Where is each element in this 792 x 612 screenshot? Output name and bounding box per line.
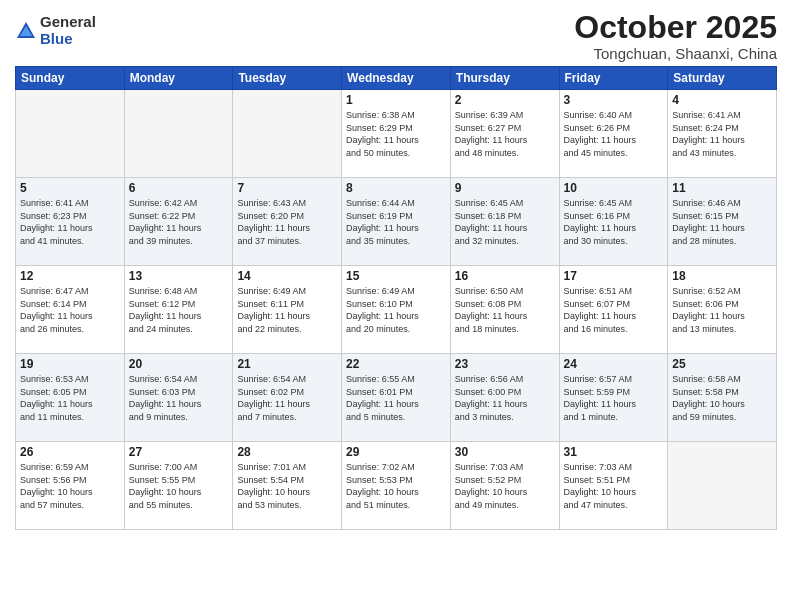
table-row: 15Sunrise: 6:49 AM Sunset: 6:10 PM Dayli…: [342, 266, 451, 354]
logo-blue: Blue: [40, 31, 96, 48]
day-number: 21: [237, 357, 337, 371]
header: General Blue October 2025 Tongchuan, Sha…: [15, 10, 777, 62]
day-info: Sunrise: 6:40 AM Sunset: 6:26 PM Dayligh…: [564, 109, 664, 159]
table-row: 16Sunrise: 6:50 AM Sunset: 6:08 PM Dayli…: [450, 266, 559, 354]
table-row: 4Sunrise: 6:41 AM Sunset: 6:24 PM Daylig…: [668, 90, 777, 178]
table-row: 23Sunrise: 6:56 AM Sunset: 6:00 PM Dayli…: [450, 354, 559, 442]
day-info: Sunrise: 7:03 AM Sunset: 5:52 PM Dayligh…: [455, 461, 555, 511]
logo-icon: [15, 20, 37, 42]
day-number: 8: [346, 181, 446, 195]
table-row: 30Sunrise: 7:03 AM Sunset: 5:52 PM Dayli…: [450, 442, 559, 530]
weekday-header-row: Sunday Monday Tuesday Wednesday Thursday…: [16, 67, 777, 90]
day-number: 9: [455, 181, 555, 195]
logo-general: General: [40, 14, 96, 31]
header-tuesday: Tuesday: [233, 67, 342, 90]
day-number: 10: [564, 181, 664, 195]
table-row: 7Sunrise: 6:43 AM Sunset: 6:20 PM Daylig…: [233, 178, 342, 266]
day-number: 28: [237, 445, 337, 459]
day-number: 6: [129, 181, 229, 195]
table-row: 3Sunrise: 6:40 AM Sunset: 6:26 PM Daylig…: [559, 90, 668, 178]
day-number: 16: [455, 269, 555, 283]
day-number: 3: [564, 93, 664, 107]
day-number: 29: [346, 445, 446, 459]
day-info: Sunrise: 6:54 AM Sunset: 6:03 PM Dayligh…: [129, 373, 229, 423]
day-number: 19: [20, 357, 120, 371]
table-row: 11Sunrise: 6:46 AM Sunset: 6:15 PM Dayli…: [668, 178, 777, 266]
table-row: 29Sunrise: 7:02 AM Sunset: 5:53 PM Dayli…: [342, 442, 451, 530]
table-row: [124, 90, 233, 178]
day-info: Sunrise: 6:58 AM Sunset: 5:58 PM Dayligh…: [672, 373, 772, 423]
table-row: [233, 90, 342, 178]
day-info: Sunrise: 7:00 AM Sunset: 5:55 PM Dayligh…: [129, 461, 229, 511]
table-row: 28Sunrise: 7:01 AM Sunset: 5:54 PM Dayli…: [233, 442, 342, 530]
day-info: Sunrise: 7:01 AM Sunset: 5:54 PM Dayligh…: [237, 461, 337, 511]
day-info: Sunrise: 6:43 AM Sunset: 6:20 PM Dayligh…: [237, 197, 337, 247]
calendar-table: Sunday Monday Tuesday Wednesday Thursday…: [15, 66, 777, 530]
day-number: 13: [129, 269, 229, 283]
day-number: 22: [346, 357, 446, 371]
header-thursday: Thursday: [450, 67, 559, 90]
table-row: 14Sunrise: 6:49 AM Sunset: 6:11 PM Dayli…: [233, 266, 342, 354]
table-row: 20Sunrise: 6:54 AM Sunset: 6:03 PM Dayli…: [124, 354, 233, 442]
header-friday: Friday: [559, 67, 668, 90]
day-info: Sunrise: 6:45 AM Sunset: 6:18 PM Dayligh…: [455, 197, 555, 247]
day-info: Sunrise: 7:02 AM Sunset: 5:53 PM Dayligh…: [346, 461, 446, 511]
table-row: 9Sunrise: 6:45 AM Sunset: 6:18 PM Daylig…: [450, 178, 559, 266]
day-number: 31: [564, 445, 664, 459]
table-row: 1Sunrise: 6:38 AM Sunset: 6:29 PM Daylig…: [342, 90, 451, 178]
logo: General Blue: [15, 14, 96, 47]
day-number: 17: [564, 269, 664, 283]
day-info: Sunrise: 6:57 AM Sunset: 5:59 PM Dayligh…: [564, 373, 664, 423]
day-number: 2: [455, 93, 555, 107]
logo-text: General Blue: [40, 14, 96, 47]
day-number: 5: [20, 181, 120, 195]
day-info: Sunrise: 7:03 AM Sunset: 5:51 PM Dayligh…: [564, 461, 664, 511]
table-row: 19Sunrise: 6:53 AM Sunset: 6:05 PM Dayli…: [16, 354, 125, 442]
day-number: 14: [237, 269, 337, 283]
day-number: 27: [129, 445, 229, 459]
day-info: Sunrise: 6:41 AM Sunset: 6:23 PM Dayligh…: [20, 197, 120, 247]
day-info: Sunrise: 6:52 AM Sunset: 6:06 PM Dayligh…: [672, 285, 772, 335]
day-info: Sunrise: 6:54 AM Sunset: 6:02 PM Dayligh…: [237, 373, 337, 423]
table-row: 6Sunrise: 6:42 AM Sunset: 6:22 PM Daylig…: [124, 178, 233, 266]
table-row: 31Sunrise: 7:03 AM Sunset: 5:51 PM Dayli…: [559, 442, 668, 530]
table-row: 10Sunrise: 6:45 AM Sunset: 6:16 PM Dayli…: [559, 178, 668, 266]
day-info: Sunrise: 6:44 AM Sunset: 6:19 PM Dayligh…: [346, 197, 446, 247]
day-number: 11: [672, 181, 772, 195]
day-info: Sunrise: 6:38 AM Sunset: 6:29 PM Dayligh…: [346, 109, 446, 159]
header-sunday: Sunday: [16, 67, 125, 90]
calendar-week-row: 19Sunrise: 6:53 AM Sunset: 6:05 PM Dayli…: [16, 354, 777, 442]
day-info: Sunrise: 6:41 AM Sunset: 6:24 PM Dayligh…: [672, 109, 772, 159]
table-row: 5Sunrise: 6:41 AM Sunset: 6:23 PM Daylig…: [16, 178, 125, 266]
table-row: 13Sunrise: 6:48 AM Sunset: 6:12 PM Dayli…: [124, 266, 233, 354]
table-row: 21Sunrise: 6:54 AM Sunset: 6:02 PM Dayli…: [233, 354, 342, 442]
day-number: 20: [129, 357, 229, 371]
day-number: 18: [672, 269, 772, 283]
day-info: Sunrise: 6:49 AM Sunset: 6:11 PM Dayligh…: [237, 285, 337, 335]
header-saturday: Saturday: [668, 67, 777, 90]
table-row: 2Sunrise: 6:39 AM Sunset: 6:27 PM Daylig…: [450, 90, 559, 178]
table-row: 27Sunrise: 7:00 AM Sunset: 5:55 PM Dayli…: [124, 442, 233, 530]
day-info: Sunrise: 6:59 AM Sunset: 5:56 PM Dayligh…: [20, 461, 120, 511]
table-row: 24Sunrise: 6:57 AM Sunset: 5:59 PM Dayli…: [559, 354, 668, 442]
table-row: [16, 90, 125, 178]
header-wednesday: Wednesday: [342, 67, 451, 90]
day-info: Sunrise: 6:47 AM Sunset: 6:14 PM Dayligh…: [20, 285, 120, 335]
day-info: Sunrise: 6:56 AM Sunset: 6:00 PM Dayligh…: [455, 373, 555, 423]
table-row: 12Sunrise: 6:47 AM Sunset: 6:14 PM Dayli…: [16, 266, 125, 354]
day-number: 1: [346, 93, 446, 107]
day-info: Sunrise: 6:45 AM Sunset: 6:16 PM Dayligh…: [564, 197, 664, 247]
day-info: Sunrise: 6:50 AM Sunset: 6:08 PM Dayligh…: [455, 285, 555, 335]
page-container: General Blue October 2025 Tongchuan, Sha…: [0, 0, 792, 540]
day-number: 24: [564, 357, 664, 371]
day-number: 25: [672, 357, 772, 371]
day-info: Sunrise: 6:53 AM Sunset: 6:05 PM Dayligh…: [20, 373, 120, 423]
table-row: 18Sunrise: 6:52 AM Sunset: 6:06 PM Dayli…: [668, 266, 777, 354]
day-info: Sunrise: 6:46 AM Sunset: 6:15 PM Dayligh…: [672, 197, 772, 247]
day-number: 15: [346, 269, 446, 283]
day-info: Sunrise: 6:49 AM Sunset: 6:10 PM Dayligh…: [346, 285, 446, 335]
day-number: 23: [455, 357, 555, 371]
calendar-week-row: 5Sunrise: 6:41 AM Sunset: 6:23 PM Daylig…: [16, 178, 777, 266]
header-monday: Monday: [124, 67, 233, 90]
table-row: 8Sunrise: 6:44 AM Sunset: 6:19 PM Daylig…: [342, 178, 451, 266]
